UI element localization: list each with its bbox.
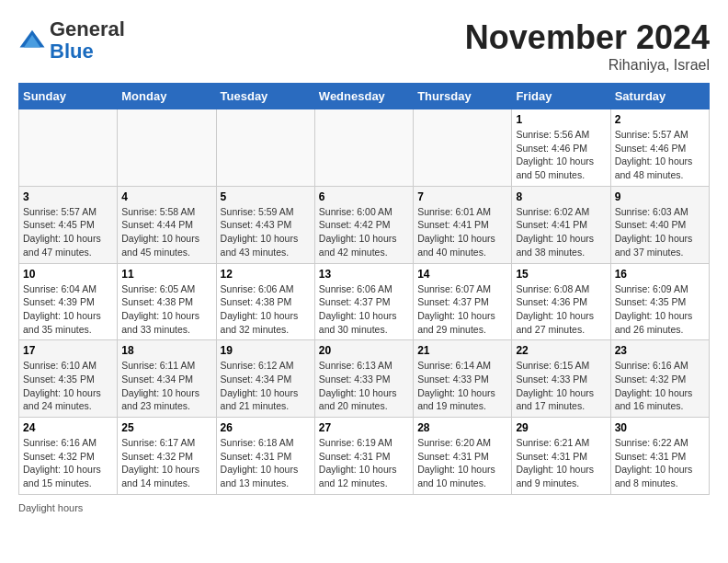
day-info: Sunrise: 6:03 AMSunset: 4:40 PMDaylight:… xyxy=(615,205,705,259)
calendar-cell: 24Sunrise: 6:16 AMSunset: 4:32 PMDayligh… xyxy=(19,418,118,495)
day-info: Sunrise: 6:15 AMSunset: 4:33 PMDaylight:… xyxy=(516,359,606,413)
day-info: Sunrise: 5:57 AMSunset: 4:45 PMDaylight:… xyxy=(23,205,113,259)
day-info: Sunrise: 6:04 AMSunset: 4:39 PMDaylight:… xyxy=(23,282,113,337)
day-number: 17 xyxy=(23,344,113,357)
day-info: Sunrise: 6:21 AMSunset: 4:31 PMDaylight:… xyxy=(516,436,606,490)
day-number: 9 xyxy=(615,190,705,203)
location-subtitle: Rihaniya, Israel xyxy=(465,57,710,74)
day-number: 15 xyxy=(516,268,606,281)
day-info: Sunrise: 6:22 AMSunset: 4:31 PMDaylight:… xyxy=(615,436,705,490)
day-info: Sunrise: 6:06 AMSunset: 4:37 PMDaylight:… xyxy=(319,282,409,337)
day-number: 22 xyxy=(516,344,606,357)
calendar-cell: 1Sunrise: 5:56 AMSunset: 4:46 PMDaylight… xyxy=(512,109,610,187)
calendar-cell: 11Sunrise: 6:05 AMSunset: 4:38 PMDayligh… xyxy=(118,263,216,340)
day-number: 1 xyxy=(516,113,606,126)
day-header-wednesday: Wednesday xyxy=(314,84,413,109)
day-info: Sunrise: 5:59 AMSunset: 4:43 PMDaylight:… xyxy=(221,205,311,259)
day-number: 19 xyxy=(221,344,311,357)
day-header-saturday: Saturday xyxy=(610,84,709,109)
day-number: 2 xyxy=(615,113,705,126)
day-info: Sunrise: 5:57 AMSunset: 4:46 PMDaylight:… xyxy=(615,128,705,182)
calendar-cell: 21Sunrise: 6:14 AMSunset: 4:33 PMDayligh… xyxy=(414,340,512,418)
day-number: 26 xyxy=(221,421,311,434)
day-header-thursday: Thursday xyxy=(414,84,512,109)
day-number: 21 xyxy=(417,344,507,357)
calendar-cell xyxy=(314,109,413,187)
day-info: Sunrise: 6:16 AMSunset: 4:32 PMDaylight:… xyxy=(23,436,113,490)
day-header-sunday: Sunday xyxy=(19,84,118,109)
calendar-cell: 2Sunrise: 5:57 AMSunset: 4:46 PMDaylight… xyxy=(610,109,709,187)
day-info: Sunrise: 6:09 AMSunset: 4:35 PMDaylight:… xyxy=(615,282,705,337)
day-info: Sunrise: 6:07 AMSunset: 4:37 PMDaylight:… xyxy=(417,282,507,337)
day-number: 3 xyxy=(23,190,113,203)
day-number: 20 xyxy=(319,344,409,357)
day-info: Sunrise: 6:14 AMSunset: 4:33 PMDaylight:… xyxy=(417,359,507,413)
month-title: November 2024 xyxy=(465,18,710,57)
day-number: 18 xyxy=(121,344,211,357)
calendar-cell: 20Sunrise: 6:13 AMSunset: 4:33 PMDayligh… xyxy=(314,340,413,418)
day-number: 4 xyxy=(121,190,211,203)
day-info: Sunrise: 6:19 AMSunset: 4:31 PMDaylight:… xyxy=(319,436,409,490)
day-info: Sunrise: 6:11 AMSunset: 4:34 PMDaylight:… xyxy=(121,359,211,413)
calendar-cell xyxy=(216,109,314,187)
calendar-cell: 17Sunrise: 6:10 AMSunset: 4:35 PMDayligh… xyxy=(19,340,118,418)
day-header-tuesday: Tuesday xyxy=(216,84,314,109)
calendar-cell: 6Sunrise: 6:00 AMSunset: 4:42 PMDaylight… xyxy=(314,186,413,263)
calendar-cell xyxy=(414,109,512,187)
day-number: 11 xyxy=(121,268,211,281)
day-number: 5 xyxy=(221,190,311,203)
calendar-week-row: 17Sunrise: 6:10 AMSunset: 4:35 PMDayligh… xyxy=(19,340,710,418)
day-number: 29 xyxy=(516,421,606,434)
day-number: 10 xyxy=(23,268,113,281)
day-number: 27 xyxy=(319,421,409,434)
day-info: Sunrise: 6:20 AMSunset: 4:31 PMDaylight:… xyxy=(417,436,507,490)
calendar-cell: 7Sunrise: 6:01 AMSunset: 4:41 PMDaylight… xyxy=(414,186,512,263)
calendar-cell: 29Sunrise: 6:21 AMSunset: 4:31 PMDayligh… xyxy=(512,418,610,495)
calendar-week-row: 1Sunrise: 5:56 AMSunset: 4:46 PMDaylight… xyxy=(19,109,710,187)
title-block: November 2024 Rihaniya, Israel xyxy=(465,18,710,74)
calendar-week-row: 24Sunrise: 6:16 AMSunset: 4:32 PMDayligh… xyxy=(19,418,710,495)
day-number: 16 xyxy=(615,268,705,281)
calendar-cell: 27Sunrise: 6:19 AMSunset: 4:31 PMDayligh… xyxy=(314,418,413,495)
calendar-header-row: SundayMondayTuesdayWednesdayThursdayFrid… xyxy=(19,84,710,109)
calendar-cell: 19Sunrise: 6:12 AMSunset: 4:34 PMDayligh… xyxy=(216,340,314,418)
day-info: Sunrise: 6:12 AMSunset: 4:34 PMDaylight:… xyxy=(221,359,311,413)
calendar-week-row: 10Sunrise: 6:04 AMSunset: 4:39 PMDayligh… xyxy=(19,263,710,340)
calendar-cell xyxy=(118,109,216,187)
calendar-cell: 22Sunrise: 6:15 AMSunset: 4:33 PMDayligh… xyxy=(512,340,610,418)
calendar-cell xyxy=(19,109,118,187)
day-number: 7 xyxy=(417,190,507,203)
day-number: 28 xyxy=(417,421,507,434)
calendar-cell: 9Sunrise: 6:03 AMSunset: 4:40 PMDaylight… xyxy=(610,186,709,263)
calendar-cell: 26Sunrise: 6:18 AMSunset: 4:31 PMDayligh… xyxy=(216,418,314,495)
calendar-cell: 23Sunrise: 6:16 AMSunset: 4:32 PMDayligh… xyxy=(610,340,709,418)
calendar-cell: 8Sunrise: 6:02 AMSunset: 4:41 PMDaylight… xyxy=(512,186,610,263)
day-info: Sunrise: 6:17 AMSunset: 4:32 PMDaylight:… xyxy=(121,436,211,490)
day-info: Sunrise: 6:05 AMSunset: 4:38 PMDaylight:… xyxy=(121,282,211,337)
day-number: 23 xyxy=(615,344,705,357)
day-header-friday: Friday xyxy=(512,84,610,109)
day-number: 30 xyxy=(615,421,705,434)
calendar-week-row: 3Sunrise: 5:57 AMSunset: 4:45 PMDaylight… xyxy=(19,186,710,263)
calendar-cell: 3Sunrise: 5:57 AMSunset: 4:45 PMDaylight… xyxy=(19,186,118,263)
day-info: Sunrise: 6:13 AMSunset: 4:33 PMDaylight:… xyxy=(319,359,409,413)
day-info: Sunrise: 6:08 AMSunset: 4:36 PMDaylight:… xyxy=(516,282,606,337)
calendar-cell: 12Sunrise: 6:06 AMSunset: 4:38 PMDayligh… xyxy=(216,263,314,340)
day-number: 25 xyxy=(121,421,211,434)
day-info: Sunrise: 6:18 AMSunset: 4:31 PMDaylight:… xyxy=(221,436,311,490)
day-info: Sunrise: 5:56 AMSunset: 4:46 PMDaylight:… xyxy=(516,128,606,182)
day-info: Sunrise: 5:58 AMSunset: 4:44 PMDaylight:… xyxy=(121,205,211,259)
day-info: Sunrise: 6:02 AMSunset: 4:41 PMDaylight:… xyxy=(516,205,606,259)
logo-blue: Blue xyxy=(50,40,94,63)
calendar-cell: 15Sunrise: 6:08 AMSunset: 4:36 PMDayligh… xyxy=(512,263,610,340)
day-number: 8 xyxy=(516,190,606,203)
calendar-cell: 25Sunrise: 6:17 AMSunset: 4:32 PMDayligh… xyxy=(118,418,216,495)
logo-text: General Blue xyxy=(50,18,125,63)
day-number: 24 xyxy=(23,421,113,434)
logo-icon xyxy=(18,27,46,54)
day-number: 13 xyxy=(319,268,409,281)
footer-note: Daylight hours xyxy=(18,502,710,513)
day-info: Sunrise: 6:06 AMSunset: 4:38 PMDaylight:… xyxy=(221,282,311,337)
calendar-cell: 18Sunrise: 6:11 AMSunset: 4:34 PMDayligh… xyxy=(118,340,216,418)
calendar-cell: 28Sunrise: 6:20 AMSunset: 4:31 PMDayligh… xyxy=(414,418,512,495)
